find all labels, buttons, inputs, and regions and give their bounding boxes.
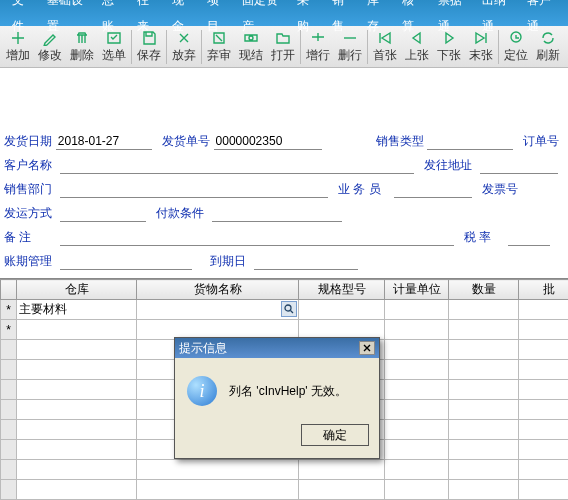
ok-button[interactable]: 确定 xyxy=(301,424,369,446)
info-icon: i xyxy=(187,376,217,406)
close-icon xyxy=(363,344,371,352)
dialog-close-button[interactable] xyxy=(359,341,375,355)
dialog-titlebar: 提示信息 xyxy=(175,338,379,358)
info-dialog: 提示信息 i 列名 'cInvHelp' 无效。 确定 xyxy=(174,337,380,459)
dialog-message: 列名 'cInvHelp' 无效。 xyxy=(229,383,347,400)
dialog-title-text: 提示信息 xyxy=(179,340,227,357)
dialog-backdrop: 提示信息 i 列名 'cInvHelp' 无效。 确定 xyxy=(0,0,568,500)
